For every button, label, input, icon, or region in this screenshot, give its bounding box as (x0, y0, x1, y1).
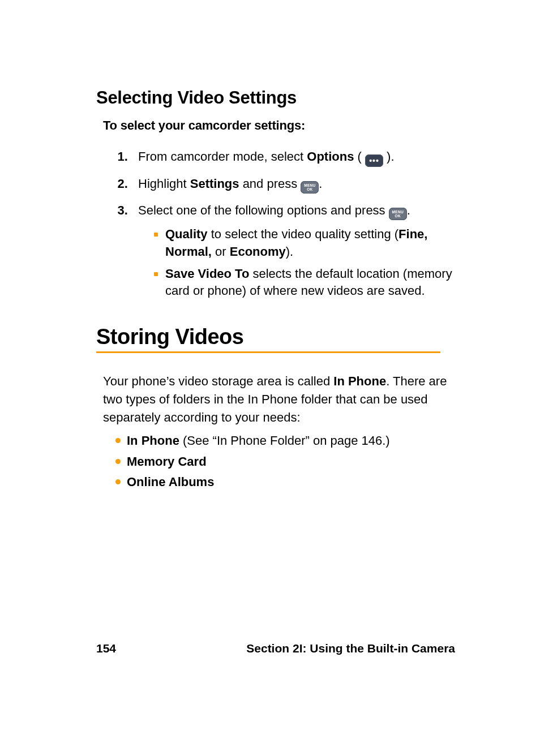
bullet-bold: Quality (165, 227, 208, 241)
list-item: Memory Card (115, 453, 455, 471)
step-bold: Settings (190, 177, 239, 191)
body-paragraph: Your phone’s video storage area is calle… (103, 372, 448, 427)
step-text: From camcorder mode, select (138, 149, 307, 164)
bullet-text: (See “In Phone Folder” on page 146.) (179, 433, 390, 448)
icon-line: OK (395, 214, 401, 218)
step-text: Highlight (138, 177, 190, 191)
sub-bullets: Quality to select the video quality sett… (138, 226, 455, 300)
bullet-text: ). (286, 244, 293, 259)
list-item: Online Albums (115, 474, 455, 491)
folder-bullets: In Phone (See “In Phone Folder” on page … (103, 432, 455, 491)
bullet-bold: Save Video To (165, 267, 249, 281)
options-key-icon: ••• (365, 154, 383, 167)
icon-line: OK (307, 187, 312, 191)
step-text: . (319, 177, 322, 191)
document-page: Selecting Video Settings To select your … (0, 0, 540, 756)
step-text: Select one of the following options and … (138, 203, 389, 217)
step-text: ( (354, 149, 365, 164)
subsection-heading: Selecting Video Settings (96, 88, 455, 108)
numbered-steps: From camcorder mode, select Options ( ••… (109, 148, 455, 300)
lead-instruction: To select your camcorder settings: (103, 118, 455, 133)
sub-bullet: Save Video To selects the default locati… (154, 265, 455, 300)
heading-underline (96, 351, 440, 353)
icon-line: MENU (392, 210, 404, 214)
para-bold: In Phone (333, 374, 386, 388)
list-item: In Phone (See “In Phone Folder” on page … (115, 432, 455, 450)
step-text: . (407, 203, 410, 217)
step-3: Select one of the following options and … (131, 201, 455, 300)
bullet-bold: Memory Card (127, 454, 207, 469)
para-text: Your phone’s video storage area is calle… (103, 374, 333, 388)
step-1: From camcorder mode, select Options ( ••… (131, 148, 455, 167)
bullet-text: to select the video quality setting ( (208, 227, 399, 241)
menu-ok-key-icon: MENUOK (301, 181, 319, 194)
page-heading: Storing Videos (96, 325, 455, 349)
sub-bullet: Quality to select the video quality sett… (154, 226, 455, 261)
menu-ok-key-icon: MENUOK (389, 208, 407, 220)
bullet-bold: Economy (230, 244, 286, 259)
bullet-text: or (212, 244, 230, 259)
page-number: 154 (96, 642, 116, 655)
step-2: Highlight Settings and press MENUOK. (131, 175, 455, 194)
bullet-bold: Online Albums (127, 475, 214, 489)
section-label: Section 2I: Using the Built-in Camera (246, 642, 455, 655)
bullet-bold: In Phone (127, 433, 179, 448)
step-bold: Options (307, 149, 354, 164)
step-text: and press (239, 177, 301, 191)
page-footer: 154 Section 2I: Using the Built-in Camer… (0, 642, 540, 655)
step-text: ). (383, 149, 395, 164)
icon-line: MENU (304, 183, 315, 187)
